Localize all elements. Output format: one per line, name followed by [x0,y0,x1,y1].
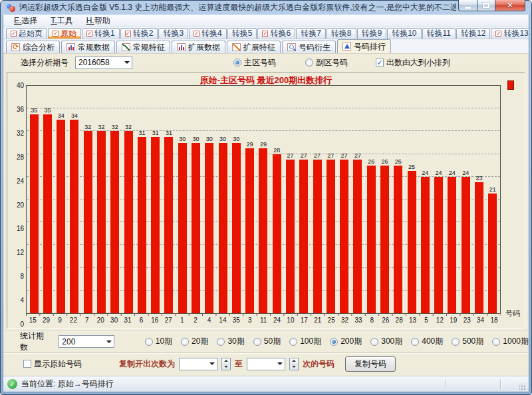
chevron-down-icon [207,362,217,365]
x-tick-label: 14 [216,316,229,324]
bar-group: 26 [392,86,405,313]
tab-original[interactable]: ✓原始 [48,28,81,39]
menu-item-tools[interactable]: T.工具 [45,15,78,27]
radio-period-10[interactable]: 10期 [145,336,172,347]
resize-grip-icon[interactable] [519,384,526,390]
y-tick-label: 40 [17,82,24,89]
bar-group: 30 [203,86,216,313]
bar-value-label: 26 [395,158,402,165]
zone-radio-group: 主区号码副区号码 [233,57,348,68]
tab-convert-10[interactable]: 转换10 [387,28,421,39]
y-tick-label: 20 [17,201,24,209]
count-from-spinner[interactable] [221,358,231,370]
x-tick-label: 23 [460,316,473,324]
tab-comprehensive-analysis[interactable]: 综合分析 [6,41,60,53]
close-button[interactable]: ✕ [495,0,525,11]
tab-number-derivation-label: 号码衍生 [299,42,331,53]
tab-convert-6[interactable]: ✓转换6 [257,28,295,39]
stats-period-combobox-value: 200 [59,337,104,346]
x-axis-title: 号码 [505,309,520,319]
x-tick-label: 35 [229,316,243,324]
tab-start-page[interactable]: ✓起始页 [6,28,47,39]
bar-group: 24 [418,86,432,313]
tab-convert-1[interactable]: ✓转换1 [82,28,120,39]
tab-convert-5[interactable]: 转换5 [227,28,257,39]
count-to-combobox[interactable] [247,358,285,370]
tab-number-ranking[interactable]: 号码排行 [337,39,391,53]
radio-period-50-label: 50期 [264,336,281,347]
radio-period-500[interactable]: 500期 [452,336,483,347]
radio-main-zone[interactable]: 主区号码 [233,57,276,68]
radio-period-50[interactable]: 50期 [253,336,281,347]
tab-convert-1-label: 转换1 [94,28,115,39]
bar [84,131,92,313]
stats-period-combobox[interactable]: 200 [59,335,114,348]
tab-convert-9[interactable]: 转换9 [357,28,387,39]
bar-group: 31 [149,86,162,313]
radio-period-1000-label: 1000期 [503,336,529,347]
menu-item-help[interactable]: H.帮助 [81,15,116,27]
bar-group: 21 [486,86,499,313]
period-combobox[interactable]: 2016058 [75,57,132,69]
bar-chart-icon [177,43,186,51]
tab-convert-12[interactable]: 转换12 [456,28,490,39]
radio-secondary-zone[interactable]: 副区号码 [305,57,348,68]
to-label: 至 [235,358,243,370]
tab-regular-data[interactable]: 常规数据 [61,41,115,53]
bar [259,148,267,313]
minimize-icon [465,7,471,9]
copy-numbers-button[interactable]: 复制号码 [345,356,396,372]
tab-convert-3[interactable]: 转换3 [158,28,188,39]
radio-icon [330,338,338,346]
spinner-up-icon[interactable] [290,358,298,364]
tab-convert-11[interactable]: 转换11 [422,28,456,39]
radio-period-100[interactable]: 100期 [289,336,321,347]
tab-convert-4[interactable]: ✓转换4 [189,28,227,39]
radio-period-300[interactable]: 300期 [370,336,402,347]
bar [475,182,483,313]
tab-convert-10-label: 转换10 [392,28,416,39]
minimize-button[interactable] [458,0,477,11]
radio-icon [492,338,500,346]
maximize-button[interactable] [477,0,495,11]
bar [97,131,106,313]
tab-convert-2[interactable]: ✓转换2 [120,28,158,39]
show-original-checkbox[interactable]: 显示原始号码 [23,358,82,370]
tab-start-page-label: 起始页 [19,28,43,39]
tab-number-ranking-label: 号码排行 [354,41,386,53]
radio-period-30[interactable]: 30期 [217,336,244,347]
bar-group: 23 [472,86,485,313]
tab-convert-7[interactable]: 转换7 [296,28,326,39]
radio-period-1000[interactable]: 1000期 [492,336,529,347]
radio-period-400[interactable]: 400期 [411,336,443,347]
radio-period-200[interactable]: 200期 [330,336,362,347]
spinner-down-icon[interactable] [222,364,230,370]
tab-convert-13[interactable]: ✓转换13 [491,28,529,39]
tab-number-derivation[interactable]: 号码衍生 [282,41,336,53]
period-select-label: 选择分析期号 [21,57,68,68]
tab-extended-data[interactable]: 扩展数据 [172,41,225,53]
bar-value-label: 26 [381,158,388,165]
spinner-down-icon[interactable] [290,364,298,370]
chart-title: 原始-主区号码 最近200期出数排行 [7,72,525,85]
tab-convert-12-label: 转换12 [461,28,485,39]
tab-row-views: 综合分析常规数据常规特征扩展数据扩展特征号码衍生号码排行 [3,39,529,54]
bar-value-label: 27 [287,152,293,159]
menu-item-select[interactable]: E.选择 [9,15,43,27]
count-to-spinner[interactable] [289,358,299,370]
tab-extended-features[interactable]: 扩展特征 [227,41,281,53]
bar-value-label: 35 [31,107,37,114]
radio-period-20[interactable]: 20期 [181,336,208,347]
x-tick-label: 19 [447,316,460,324]
count-from-combobox[interactable] [179,358,217,370]
bar-group: 27 [283,86,297,313]
tab-regular-features[interactable]: 常规特征 [116,41,170,53]
bar [219,143,227,314]
bar-value-label: 32 [84,124,91,130]
checked-box-icon: ✓ [125,31,131,37]
bar-value-label: 31 [152,130,159,136]
tab-convert-8[interactable]: 转换8 [327,28,356,39]
sort-desc-checkbox[interactable]: 出数由大到小排列 [376,57,450,68]
bar [488,194,497,313]
spinner-up-icon[interactable] [222,358,230,364]
